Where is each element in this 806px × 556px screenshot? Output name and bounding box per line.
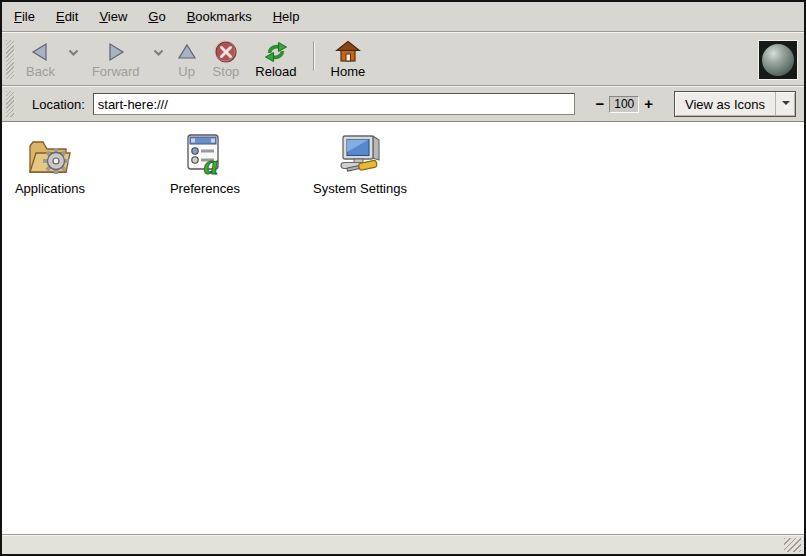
up-label: Up bbox=[178, 65, 195, 79]
throbber bbox=[758, 40, 798, 80]
toolbar: Back Forward Up bbox=[2, 33, 804, 85]
zoom-control: − 100 + bbox=[591, 94, 659, 114]
home-button[interactable]: Home bbox=[323, 36, 374, 83]
forward-button[interactable]: Forward bbox=[84, 36, 148, 83]
svg-text:a: a bbox=[204, 149, 218, 178]
reload-icon bbox=[263, 39, 289, 64]
dropdown-arrow-icon bbox=[775, 92, 795, 116]
menu-view[interactable]: View bbox=[99, 9, 127, 24]
forward-icon bbox=[105, 39, 127, 64]
menu-bookmarks[interactable]: Bookmarks bbox=[187, 9, 252, 24]
location-bar: Location: − 100 + View as Icons bbox=[2, 87, 804, 121]
icon-label: Applications bbox=[15, 181, 85, 196]
menu-help[interactable]: Help bbox=[273, 9, 300, 24]
back-history-dropdown[interactable] bbox=[63, 36, 84, 83]
back-label: Back bbox=[26, 65, 55, 79]
icon-item-system-settings[interactable]: System Settings bbox=[305, 130, 415, 196]
chevron-down-icon bbox=[68, 44, 79, 59]
status-bar bbox=[2, 534, 804, 554]
menu-go[interactable]: Go bbox=[148, 9, 165, 24]
reload-button[interactable]: Reload bbox=[247, 36, 304, 83]
toolbar-separator bbox=[313, 41, 315, 71]
up-icon bbox=[177, 39, 197, 64]
home-label: Home bbox=[331, 65, 366, 79]
location-input[interactable] bbox=[93, 93, 575, 115]
menu-edit[interactable]: Edit bbox=[56, 9, 78, 24]
chevron-down-icon bbox=[153, 44, 164, 59]
throbber-sphere-icon bbox=[762, 44, 794, 76]
back-button[interactable]: Back bbox=[18, 36, 63, 83]
location-label: Location: bbox=[32, 97, 85, 112]
stop-icon bbox=[214, 39, 238, 64]
locationbar-grip-handle[interactable] bbox=[6, 91, 14, 117]
preferences-capplet-icon: a bbox=[182, 130, 228, 178]
view-mode-dropdown[interactable]: View as Icons bbox=[674, 91, 796, 117]
forward-label: Forward bbox=[92, 65, 140, 79]
home-icon bbox=[335, 39, 361, 64]
resize-grip[interactable] bbox=[784, 538, 801, 552]
reload-label: Reload bbox=[255, 65, 296, 79]
back-icon bbox=[29, 39, 51, 64]
stop-button[interactable]: Stop bbox=[205, 36, 248, 83]
forward-history-dropdown[interactable] bbox=[148, 36, 169, 83]
view-mode-label: View as Icons bbox=[675, 92, 775, 116]
icon-label: System Settings bbox=[313, 181, 407, 196]
icon-item-preferences[interactable]: a Preferences bbox=[150, 130, 260, 196]
file-manager-window: File Edit View Go Bookmarks Help Back Fo… bbox=[0, 0, 806, 556]
icon-item-applications[interactable]: Applications bbox=[2, 130, 105, 196]
icon-label: Preferences bbox=[170, 181, 240, 196]
zoom-out-button[interactable]: − bbox=[591, 94, 610, 114]
toolbar-grip-handle[interactable] bbox=[6, 40, 14, 79]
zoom-in-button[interactable]: + bbox=[639, 94, 658, 114]
stop-label: Stop bbox=[213, 65, 240, 79]
applications-folder-gear-icon bbox=[25, 130, 75, 178]
menu-bar: File Edit View Go Bookmarks Help bbox=[2, 2, 804, 31]
zoom-level-indicator[interactable]: 100 bbox=[609, 96, 639, 113]
system-settings-computer-icon bbox=[333, 130, 387, 178]
icon-view-content[interactable]: Applications a Preferences bbox=[2, 121, 804, 534]
menu-file[interactable]: File bbox=[14, 9, 35, 24]
up-button[interactable]: Up bbox=[169, 36, 205, 83]
